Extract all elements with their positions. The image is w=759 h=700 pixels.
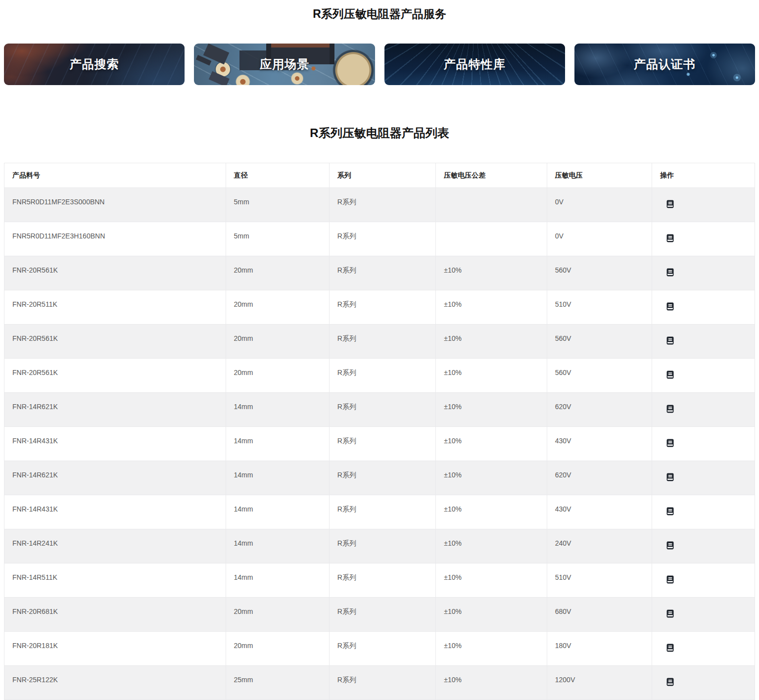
table-row: FNR-20R681K20mmR系列±10%680V <box>4 598 755 632</box>
cell-action <box>652 427 755 461</box>
table-row: FNR-14R621K14mmR系列±10%620V <box>4 393 755 427</box>
cell-part: FNR-14R241K <box>4 529 226 563</box>
table-row: FNR-20R561K20mmR系列±10%560V <box>4 325 755 359</box>
cell-part: FNR-25R122K <box>4 666 226 700</box>
cell-voltage: 0V <box>547 222 652 256</box>
cell-series: R系列 <box>329 598 435 632</box>
table-row: FNR5R0D11MF2E3S000BNN5mmR系列0V <box>4 188 755 222</box>
cell-tolerance <box>436 188 547 222</box>
banner-product-certificates[interactable]: 产品认证书 <box>574 44 755 85</box>
cell-series: R系列 <box>329 359 435 393</box>
col-header-varistor-voltage: 压敏电压 <box>547 163 652 188</box>
cell-series: R系列 <box>329 632 435 666</box>
notebook-icon[interactable] <box>666 302 674 311</box>
product-table-body: FNR5R0D11MF2E3S000BNN5mmR系列0V FNR5R0D11M… <box>4 188 755 700</box>
product-table-head: 产品料号 直径 系列 压敏电压公差 压敏电压 操作 <box>4 163 755 188</box>
notebook-icon[interactable] <box>666 507 674 515</box>
notebook-icon[interactable] <box>666 609 674 618</box>
notebook-icon[interactable] <box>666 200 674 208</box>
table-row: FNR-20R511K20mmR系列±10%510V <box>4 290 755 325</box>
cell-part: FNR-14R511K <box>4 563 226 598</box>
cell-tolerance: ±10% <box>436 325 547 359</box>
cell-action <box>652 666 755 700</box>
col-header-part-number: 产品料号 <box>4 163 226 188</box>
cell-series: R系列 <box>329 529 435 563</box>
cell-series: R系列 <box>329 222 435 256</box>
table-row: FNR-20R181K20mmR系列±10%180V <box>4 632 755 666</box>
cell-voltage: 620V <box>547 393 652 427</box>
cell-part: FNR-20R561K <box>4 256 226 290</box>
cell-tolerance <box>436 222 547 256</box>
cell-part: FNR5R0D11MF2E3H160BNN <box>4 222 226 256</box>
table-row: FNR-14R431K14mmR系列±10%430V <box>4 495 755 529</box>
notebook-icon[interactable] <box>666 234 674 242</box>
cell-tolerance: ±10% <box>436 666 547 700</box>
cell-tolerance: ±10% <box>436 563 547 598</box>
cell-action <box>652 495 755 529</box>
cell-voltage: 240V <box>547 529 652 563</box>
cell-tolerance: ±10% <box>436 256 547 290</box>
cell-part: FNR-14R431K <box>4 427 226 461</box>
cell-voltage: 510V <box>547 290 652 325</box>
notebook-icon[interactable] <box>666 405 674 413</box>
page-title: R系列压敏电阻器产品服务 <box>4 7 755 21</box>
cell-tolerance: ±10% <box>436 495 547 529</box>
cell-action <box>652 290 755 325</box>
cell-voltage: 430V <box>547 427 652 461</box>
cell-tolerance: ±10% <box>436 359 547 393</box>
cell-series: R系列 <box>329 290 435 325</box>
cell-diameter: 14mm <box>226 563 329 598</box>
cell-diameter: 25mm <box>226 666 329 700</box>
cell-part: FNR-14R621K <box>4 393 226 427</box>
cell-tolerance: ±10% <box>436 461 547 495</box>
cell-action <box>652 325 755 359</box>
banner-application-scenes-label: 应用场景 <box>260 56 309 72</box>
notebook-icon[interactable] <box>666 268 674 277</box>
cell-voltage: 430V <box>547 495 652 529</box>
notebook-icon[interactable] <box>666 678 674 686</box>
cell-tolerance: ±10% <box>436 529 547 563</box>
cell-diameter: 20mm <box>226 290 329 325</box>
banner-product-characteristics-label: 产品特性库 <box>444 56 506 72</box>
cell-diameter: 5mm <box>226 222 329 256</box>
col-header-actions: 操作 <box>652 163 755 188</box>
cell-tolerance: ±10% <box>436 393 547 427</box>
notebook-icon[interactable] <box>666 336 674 345</box>
cell-voltage: 180V <box>547 632 652 666</box>
notebook-icon[interactable] <box>666 473 674 481</box>
cell-part: FNR5R0D11MF2E3S000BNN <box>4 188 226 222</box>
cell-diameter: 20mm <box>226 256 329 290</box>
cell-part: FNR-14R431K <box>4 495 226 529</box>
cell-action <box>652 222 755 256</box>
cell-part: FNR-20R561K <box>4 359 226 393</box>
banner-product-search-label: 产品搜索 <box>70 56 119 72</box>
cell-voltage: 560V <box>547 256 652 290</box>
notebook-icon[interactable] <box>666 644 674 652</box>
table-row: FNR-20R561K20mmR系列±10%560V <box>4 256 755 290</box>
banner-application-scenes[interactable]: 应用场景 <box>194 44 375 85</box>
cell-series: R系列 <box>329 427 435 461</box>
cell-diameter: 20mm <box>226 359 329 393</box>
cell-voltage: 1200V <box>547 666 652 700</box>
cell-series: R系列 <box>329 563 435 598</box>
cell-voltage: 0V <box>547 188 652 222</box>
cell-series: R系列 <box>329 188 435 222</box>
notebook-icon[interactable] <box>666 439 674 447</box>
notebook-icon[interactable] <box>666 371 674 379</box>
notebook-icon[interactable] <box>666 575 674 584</box>
cell-action <box>652 598 755 632</box>
notebook-icon[interactable] <box>666 541 674 550</box>
banner-product-certificates-label: 产品认证书 <box>634 56 696 72</box>
cell-action <box>652 393 755 427</box>
cell-diameter: 14mm <box>226 529 329 563</box>
table-row: FNR-14R511K14mmR系列±10%510V <box>4 563 755 598</box>
product-table: 产品料号 直径 系列 压敏电压公差 压敏电压 操作 FNR5R0D11MF2E3… <box>4 163 755 700</box>
cell-tolerance: ±10% <box>436 427 547 461</box>
table-row: FNR-25R122K25mmR系列±10%1200V <box>4 666 755 700</box>
col-header-diameter: 直径 <box>226 163 329 188</box>
banner-product-search[interactable]: 产品搜索 <box>4 44 185 85</box>
cell-part: FNR-14R621K <box>4 461 226 495</box>
banner-product-characteristics[interactable]: 产品特性库 <box>384 44 565 85</box>
cell-action <box>652 529 755 563</box>
cell-tolerance: ±10% <box>436 598 547 632</box>
